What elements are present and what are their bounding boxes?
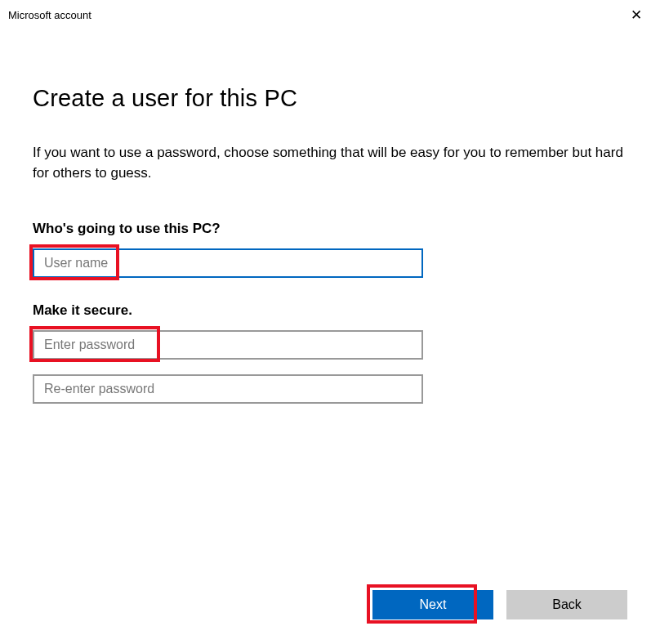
window-title: Microsoft account bbox=[8, 9, 91, 21]
next-button-wrapper: Next bbox=[372, 590, 493, 619]
username-input-wrapper bbox=[33, 248, 627, 278]
page-heading: Create a user for this PC bbox=[33, 85, 627, 112]
next-button[interactable]: Next bbox=[372, 590, 493, 619]
username-section-label: Who's going to use this PC? bbox=[33, 221, 627, 237]
password-input[interactable] bbox=[33, 330, 423, 360]
titlebar: Microsoft account ✕ bbox=[0, 0, 660, 29]
reenter-password-input[interactable] bbox=[33, 374, 423, 404]
footer-buttons: Next Back bbox=[372, 590, 627, 619]
reenter-password-input-wrapper bbox=[33, 374, 627, 404]
password-section-label: Make it secure. bbox=[33, 302, 627, 319]
back-button[interactable]: Back bbox=[506, 590, 627, 619]
password-input-wrapper bbox=[33, 330, 627, 360]
content-area: Create a user for this PC If you want to… bbox=[0, 29, 660, 404]
page-description: If you want to use a password, choose so… bbox=[33, 143, 627, 183]
username-input[interactable] bbox=[33, 248, 423, 278]
close-icon[interactable]: ✕ bbox=[624, 5, 649, 25]
